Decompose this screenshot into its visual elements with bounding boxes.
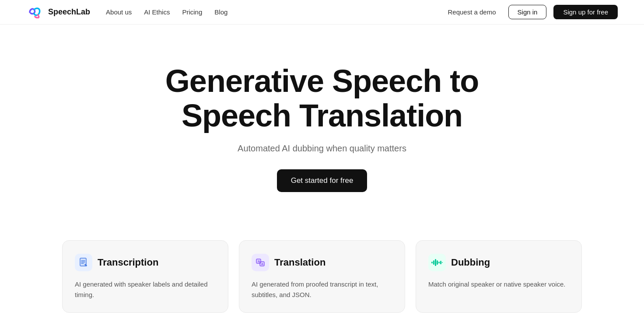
svg-rect-12 bbox=[433, 260, 434, 265]
dubbing-icon bbox=[428, 254, 446, 271]
svg-text:A: A bbox=[261, 262, 263, 266]
nav-right: Request a demo Sign in Sign up for free bbox=[442, 5, 618, 19]
hero-section: Generative Speech to Speech Translation … bbox=[0, 24, 644, 218]
nav-link-ai-ethics[interactable]: AI Ethics bbox=[144, 8, 170, 16]
transcription-title: Transcription bbox=[98, 257, 158, 268]
translation-desc: AI generated from proofed transcript in … bbox=[252, 279, 392, 300]
nav-link-about[interactable]: About us bbox=[106, 8, 132, 16]
navbar: SpeechLab About us AI Ethics Pricing Blo… bbox=[0, 0, 644, 24]
feature-card-translation: A A Translation AI generated from proofe… bbox=[239, 240, 405, 313]
hero-subtitle: Automated AI dubbing when quality matter… bbox=[238, 144, 406, 154]
sign-up-button[interactable]: Sign up for free bbox=[553, 5, 618, 19]
app-preview-section: ✕ Xinyi Zhu ∨ Podcast.mp4 bbox=[0, 330, 644, 336]
svg-rect-13 bbox=[435, 259, 436, 266]
dubbing-desc: Match original speaker or native speaker… bbox=[428, 279, 569, 290]
svg-rect-15 bbox=[438, 262, 440, 263]
svg-rect-17 bbox=[442, 262, 443, 263]
feature-card-transcription: Transcription AI generated with speaker … bbox=[62, 240, 228, 313]
logo-text: SpeechLab bbox=[48, 7, 90, 17]
dubbing-title: Dubbing bbox=[451, 257, 490, 268]
svg-rect-11 bbox=[431, 262, 433, 263]
transcription-icon bbox=[75, 254, 92, 271]
transcription-desc: AI generated with speaker labels and det… bbox=[75, 279, 216, 300]
logo[interactable]: SpeechLab bbox=[26, 6, 90, 18]
svg-rect-14 bbox=[437, 260, 438, 265]
feature-card-dubbing: Dubbing Match original speaker or native… bbox=[416, 240, 582, 313]
translation-title: Translation bbox=[274, 257, 326, 268]
feature-card-header-translation: A A Translation bbox=[252, 254, 392, 271]
request-demo-button[interactable]: Request a demo bbox=[442, 6, 501, 18]
nav-left: SpeechLab About us AI Ethics Pricing Blo… bbox=[26, 6, 228, 18]
nav-links: About us AI Ethics Pricing Blog bbox=[106, 8, 228, 16]
translation-icon: A A bbox=[252, 254, 269, 271]
logo-icon bbox=[26, 6, 44, 18]
hero-title: Generative Speech to Speech Translation bbox=[147, 64, 497, 133]
sign-in-button[interactable]: Sign in bbox=[508, 5, 547, 19]
features-section: Transcription AI generated with speaker … bbox=[0, 218, 644, 330]
nav-link-blog[interactable]: Blog bbox=[214, 8, 228, 16]
nav-link-pricing[interactable]: Pricing bbox=[182, 8, 202, 16]
get-started-button[interactable]: Get started for free bbox=[277, 169, 368, 192]
svg-rect-16 bbox=[440, 261, 441, 264]
feature-card-header-transcription: Transcription bbox=[75, 254, 216, 271]
feature-card-header-dubbing: Dubbing bbox=[428, 254, 569, 271]
